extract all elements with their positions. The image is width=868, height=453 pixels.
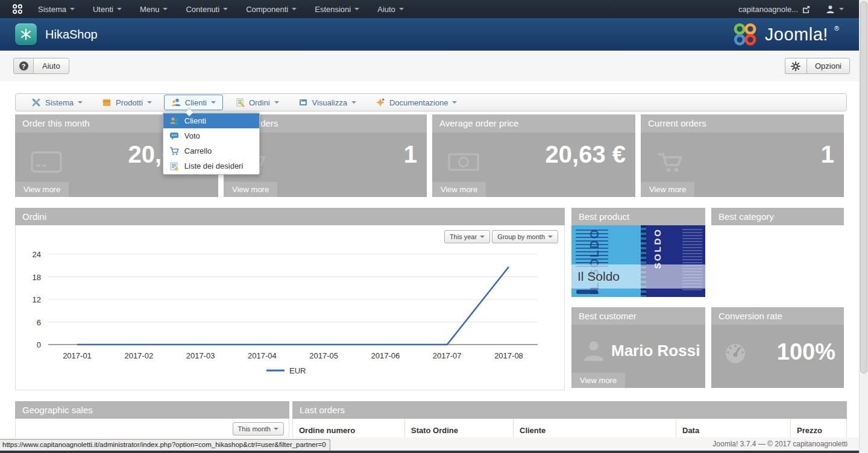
stat-card-current-orders: Current orders 1 View more: [641, 114, 844, 197]
card-body: 20,63 € View more: [432, 133, 635, 197]
joomla-brand: Joomla! ®: [731, 20, 839, 48]
dropdown-item-clienti[interactable]: Clienti: [163, 113, 259, 128]
chevron-down-icon: [70, 8, 75, 10]
orders-panel-body: This year Group by month 061218242017-01…: [15, 225, 565, 390]
shop-menu-clienti[interactable]: Clienti: [164, 95, 223, 110]
column-header-cliente: Cliente: [513, 419, 676, 438]
table-header-row: Ordine numero Stato Ordine Cliente Data …: [293, 419, 846, 438]
admin-menu-menu[interactable]: Menu: [131, 0, 177, 18]
menu-label: Componenti: [246, 5, 288, 14]
admin-topbar: Sistema Utenti Menu Contenuti Componenti…: [0, 0, 868, 18]
settings-gear-button[interactable]: [785, 58, 807, 74]
chevron-down-icon: [452, 101, 457, 104]
orders-line-chart: 061218242017-012017-022017-032017-042017…: [18, 241, 555, 392]
vertical-scrollbar[interactable]: [859, 0, 868, 453]
best-category-panel: Best category: [711, 208, 844, 225]
chevron-down-icon: [223, 8, 228, 10]
help-button[interactable]: ? Aiuto: [13, 58, 69, 74]
credit-card-icon: [31, 151, 62, 176]
customers-icon: [169, 116, 179, 126]
version-text: Joomla! 3.7.4 — © 2017 capitanoagnoletti: [712, 440, 848, 448]
admin-menu-estensioni[interactable]: Estensioni: [306, 0, 368, 18]
menu-label: Sistema: [38, 5, 66, 14]
view-more-button[interactable]: View more: [224, 182, 277, 197]
chevron-down-icon: [351, 101, 356, 104]
gear-icon: [791, 61, 800, 71]
menu-label: Ordini: [249, 98, 270, 107]
external-link-icon: [802, 5, 810, 13]
dropdown-item-carrello[interactable]: Carrello: [163, 143, 259, 158]
month-select-button[interactable]: This month: [233, 422, 284, 436]
view-more-button[interactable]: View more: [571, 373, 625, 388]
customer-avatar-icon: [580, 338, 608, 368]
view-more-button[interactable]: View more: [641, 182, 694, 197]
admin-menu-componenti[interactable]: Componenti: [237, 0, 306, 18]
best-customer-name: Mario Rossi: [611, 342, 700, 360]
menu-label: Utenti: [93, 5, 113, 14]
user-icon: [826, 5, 835, 14]
orders-panel: Ordini This year Group by month 06121824…: [15, 208, 565, 390]
svg-text:18: 18: [33, 273, 41, 282]
admin-menu-aiuto[interactable]: Aiuto: [368, 0, 413, 18]
chevron-down-icon: [117, 8, 122, 10]
group-label: Group by month: [497, 233, 545, 240]
svg-text:6: 6: [37, 318, 41, 327]
panel-title: Ordini: [15, 208, 565, 225]
clienti-dropdown-menu: Clienti Voto Carrello Liste dei desideri: [163, 112, 260, 175]
column-header-data: Data: [676, 419, 790, 438]
wishlist-icon: [169, 161, 179, 171]
card-title: Average order price: [432, 114, 635, 133]
chevron-down-icon: [163, 8, 168, 10]
shop-menu-visualizza[interactable]: Visualizza: [291, 95, 363, 110]
admin-menu-contenuti[interactable]: Contenuti: [177, 0, 237, 18]
options-button[interactable]: Opzioni: [807, 58, 850, 74]
shop-menu-prodotti[interactable]: Prodotti: [95, 95, 159, 110]
registered-mark: ®: [834, 25, 839, 32]
svg-text:EUR: EUR: [289, 366, 306, 375]
site-preview-link[interactable]: capitanoagnole...: [738, 5, 810, 14]
dropdown-item-liste-dei-desideri[interactable]: Liste dei desideri: [163, 158, 259, 173]
toolbar: ? Aiuto Opzioni: [0, 51, 868, 81]
chevron-down-icon: [399, 8, 404, 10]
bottom-strip: [0, 451, 868, 453]
user-menu[interactable]: [826, 5, 844, 14]
dropdown-item-voto[interactable]: Voto: [163, 128, 259, 143]
shop-menu-documentazione[interactable]: Documentazione: [368, 95, 465, 110]
question-icon: ?: [19, 61, 28, 70]
panel-title: Geographic sales: [15, 401, 289, 419]
conversion-value: 100%: [777, 339, 835, 365]
panel-title: Best category: [711, 208, 844, 225]
menu-label: Aiuto: [377, 5, 395, 14]
shop-menu-sistema[interactable]: Sistema: [24, 95, 90, 110]
cover-vertical-title: SOLDO: [652, 228, 662, 269]
view-more-button[interactable]: View more: [15, 182, 69, 197]
joomla-wordmark: Joomla!: [765, 25, 828, 45]
gauge-icon: [722, 340, 749, 367]
docs-sparkle-icon: [376, 98, 385, 107]
chevron-down-icon: [548, 236, 553, 238]
panel-title: Best customer: [571, 307, 705, 325]
admin-menu-utenti[interactable]: Utenti: [84, 0, 131, 18]
shop-menu-ordini[interactable]: Ordini: [228, 95, 286, 110]
cart-icon: [656, 151, 687, 178]
vote-bubble-icon: [169, 131, 179, 141]
chevron-down-icon: [274, 101, 279, 104]
svg-text:12: 12: [33, 295, 41, 304]
scrollbar-thumb[interactable]: [860, 1, 867, 373]
menu-label: Clienti: [185, 98, 207, 107]
range-label: This year: [450, 233, 477, 240]
card-value: 1: [821, 141, 834, 168]
menu-label: Documentazione: [389, 98, 448, 107]
best-customer-body: Mario Rossi View more: [571, 325, 705, 388]
conversion-rate-panel: Conversion rate 100%: [711, 307, 844, 388]
svg-text:2017-03: 2017-03: [186, 351, 215, 360]
panel-title: Last orders: [292, 401, 847, 419]
chevron-down-icon: [480, 236, 485, 238]
help-icon-segment: ?: [14, 58, 34, 73]
customers-icon: [171, 98, 181, 107]
admin-menu-sistema[interactable]: Sistema: [29, 0, 84, 18]
chevron-down-icon: [839, 8, 844, 10]
menu-label: Visualizza: [312, 98, 347, 107]
view-more-button[interactable]: View more: [432, 182, 486, 197]
conversion-body: 100%: [711, 325, 844, 388]
